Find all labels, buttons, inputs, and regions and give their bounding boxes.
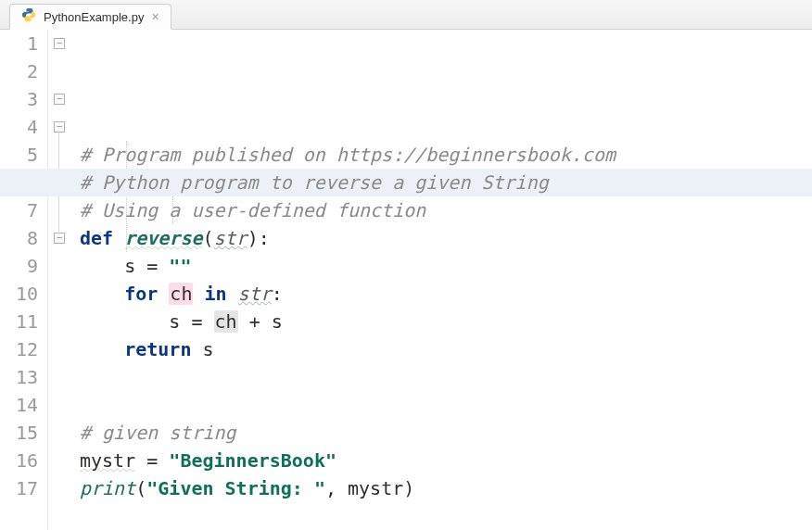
tab-filename: PythonExample.py xyxy=(44,10,144,24)
token: s xyxy=(202,338,213,360)
line-number: 13 xyxy=(0,363,38,391)
token xyxy=(80,310,169,333)
token: in xyxy=(204,283,237,305)
code-line[interactable]: s = "" xyxy=(74,252,812,280)
line-number: 7 xyxy=(0,196,38,224)
code-line[interactable] xyxy=(74,363,812,391)
line-number: 5 xyxy=(0,141,38,169)
line-number: 2 xyxy=(0,57,38,85)
code-line[interactable]: # given string xyxy=(74,419,812,447)
line-number: 15 xyxy=(0,419,38,447)
token: + s xyxy=(238,310,283,333)
token: ( xyxy=(135,477,146,499)
fold-open-icon[interactable]: − xyxy=(54,38,65,49)
code-line[interactable]: s = ch + s xyxy=(74,308,812,335)
close-tab-icon[interactable]: × xyxy=(151,9,159,24)
fold-open-icon[interactable]: − xyxy=(54,121,65,132)
token: s = xyxy=(124,255,169,277)
token xyxy=(80,338,124,360)
line-number: 12 xyxy=(0,335,38,363)
code-line[interactable]: # Python program to reverse a given Stri… xyxy=(74,169,812,196)
code-line[interactable]: mystr = "BeginnersBook" xyxy=(74,447,812,474)
token: "" xyxy=(169,255,191,277)
line-number: 16 xyxy=(0,447,38,474)
line-number: 14 xyxy=(0,391,38,419)
token: "BeginnersBook" xyxy=(169,449,336,472)
token: ( xyxy=(202,227,213,249)
line-number-gutter: 1234567891011121314151617 xyxy=(0,30,48,530)
token: # Python program to reverse a given Stri… xyxy=(80,171,549,194)
token: print xyxy=(80,477,135,499)
code-line[interactable]: # Program published on https://beginners… xyxy=(74,141,812,169)
code-line[interactable] xyxy=(74,391,812,419)
token: # Using a user-defined function xyxy=(80,199,425,221)
code-editor[interactable]: 1234567891011121314151617 −−−− # Program… xyxy=(0,30,812,530)
line-number: 4 xyxy=(0,113,38,141)
line-number: 17 xyxy=(0,474,38,502)
token: def xyxy=(80,227,124,249)
token xyxy=(80,255,124,277)
token: # Program published on https://beginners… xyxy=(80,144,615,166)
token: : xyxy=(259,227,270,249)
token: ) xyxy=(247,227,259,249)
code-line[interactable]: return s xyxy=(74,335,812,363)
token: for xyxy=(124,283,169,305)
token: ch xyxy=(214,310,238,333)
line-number: 8 xyxy=(0,224,38,252)
token: "Given String: " xyxy=(146,477,325,499)
file-tab[interactable]: PythonExample.py × xyxy=(9,4,171,30)
tab-bar: PythonExample.py × xyxy=(0,0,812,30)
token: , mystr) xyxy=(325,477,414,499)
line-number: 3 xyxy=(0,85,38,113)
code-line[interactable]: for ch in str: xyxy=(74,280,812,308)
code-area[interactable]: # Program published on https://beginners… xyxy=(74,30,812,530)
code-line[interactable]: # Using a user-defined function xyxy=(74,196,812,224)
token: = xyxy=(135,449,169,472)
line-number: 1 xyxy=(0,30,38,57)
token: ch xyxy=(169,283,193,305)
fold-close-icon[interactable]: − xyxy=(54,233,65,244)
token: s = xyxy=(169,310,213,333)
token: reverse xyxy=(124,227,202,249)
token xyxy=(193,283,204,305)
token: return xyxy=(124,338,202,360)
code-line[interactable]: print("Given String: ", mystr) xyxy=(74,474,812,502)
python-file-icon xyxy=(21,7,36,26)
token xyxy=(80,283,124,305)
token: str xyxy=(238,283,272,305)
code-line[interactable]: def reverse(str): xyxy=(74,224,812,252)
fold-open-icon[interactable]: − xyxy=(54,94,65,105)
line-number: 9 xyxy=(0,252,38,280)
token: # given string xyxy=(80,422,236,444)
line-number: 10 xyxy=(0,280,38,308)
token: mystr xyxy=(80,449,135,472)
token: str xyxy=(214,227,247,249)
token: : xyxy=(272,283,283,305)
fold-column: −−−− xyxy=(48,30,74,530)
code-line[interactable] xyxy=(74,502,812,530)
line-number: 11 xyxy=(0,308,38,335)
